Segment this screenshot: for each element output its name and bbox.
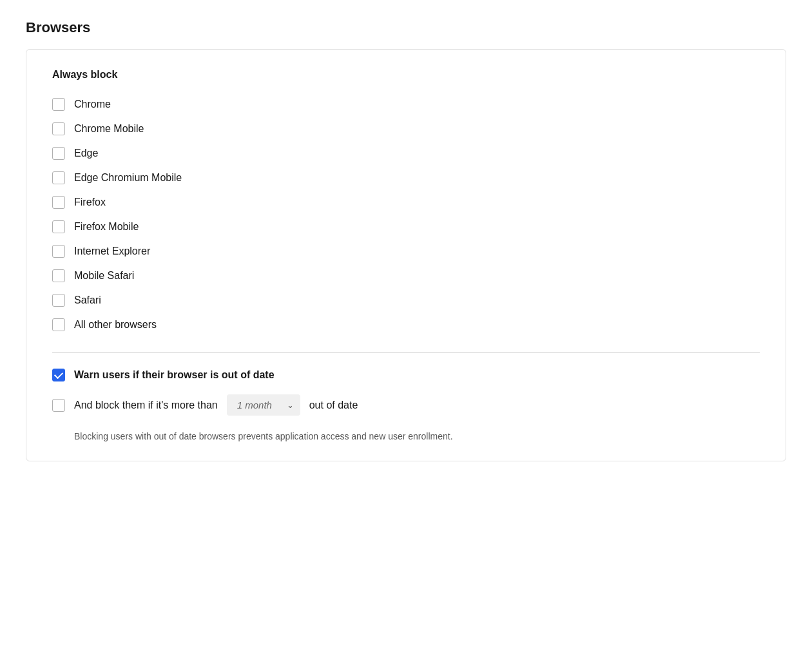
block-row: And block them if it's more than 1 month… bbox=[52, 394, 760, 416]
list-item: Internet Explorer bbox=[52, 239, 760, 264]
firefox-mobile-checkbox[interactable] bbox=[52, 220, 65, 233]
warn-label[interactable]: Warn users if their browser is out of da… bbox=[74, 369, 275, 381]
browsers-card: Always block Chrome Chrome Mobile Edge E… bbox=[26, 49, 786, 461]
browser-checkbox-list: Chrome Chrome Mobile Edge Edge Chromium … bbox=[52, 92, 760, 337]
list-item: Chrome bbox=[52, 92, 760, 117]
edge-chromium-mobile-checkbox[interactable] bbox=[52, 171, 65, 184]
safari-label[interactable]: Safari bbox=[74, 294, 101, 306]
always-block-title: Always block bbox=[52, 69, 760, 81]
page-title: Browsers bbox=[26, 19, 786, 36]
edge-checkbox[interactable] bbox=[52, 147, 65, 160]
edge-chromium-mobile-label[interactable]: Edge Chromium Mobile bbox=[74, 172, 182, 184]
hint-text: Blocking users with out of date browsers… bbox=[52, 431, 760, 441]
warn-checkbox[interactable] bbox=[52, 369, 65, 381]
month-dropdown-wrapper: 1 month 2 months 3 months 6 months 1 yea… bbox=[227, 394, 300, 416]
block-suffix-text: out of date bbox=[309, 400, 358, 411]
block-checkbox[interactable] bbox=[52, 399, 65, 412]
chrome-checkbox[interactable] bbox=[52, 98, 65, 111]
chrome-mobile-checkbox[interactable] bbox=[52, 122, 65, 135]
list-item: Edge Chromium Mobile bbox=[52, 166, 760, 190]
warn-section: Warn users if their browser is out of da… bbox=[52, 369, 760, 441]
list-item: Safari bbox=[52, 288, 760, 313]
firefox-checkbox[interactable] bbox=[52, 196, 65, 209]
list-item: Edge bbox=[52, 141, 760, 166]
warn-header: Warn users if their browser is out of da… bbox=[52, 369, 760, 381]
chrome-mobile-label[interactable]: Chrome Mobile bbox=[74, 123, 144, 135]
block-prefix-text: And block them if it's more than bbox=[74, 400, 218, 411]
edge-label[interactable]: Edge bbox=[74, 148, 98, 159]
internet-explorer-checkbox[interactable] bbox=[52, 245, 65, 258]
section-divider bbox=[52, 352, 760, 353]
firefox-label[interactable]: Firefox bbox=[74, 197, 106, 208]
list-item: Mobile Safari bbox=[52, 264, 760, 288]
mobile-safari-label[interactable]: Mobile Safari bbox=[74, 270, 134, 282]
mobile-safari-checkbox[interactable] bbox=[52, 269, 65, 282]
all-other-browsers-label[interactable]: All other browsers bbox=[74, 319, 157, 331]
list-item: Chrome Mobile bbox=[52, 117, 760, 141]
firefox-mobile-label[interactable]: Firefox Mobile bbox=[74, 221, 139, 233]
month-dropdown[interactable]: 1 month 2 months 3 months 6 months 1 yea… bbox=[227, 394, 300, 416]
list-item: Firefox Mobile bbox=[52, 215, 760, 239]
all-other-browsers-checkbox[interactable] bbox=[52, 318, 65, 331]
list-item: Firefox bbox=[52, 190, 760, 215]
list-item: All other browsers bbox=[52, 313, 760, 337]
safari-checkbox[interactable] bbox=[52, 294, 65, 307]
chrome-label[interactable]: Chrome bbox=[74, 99, 111, 110]
internet-explorer-label[interactable]: Internet Explorer bbox=[74, 246, 150, 257]
